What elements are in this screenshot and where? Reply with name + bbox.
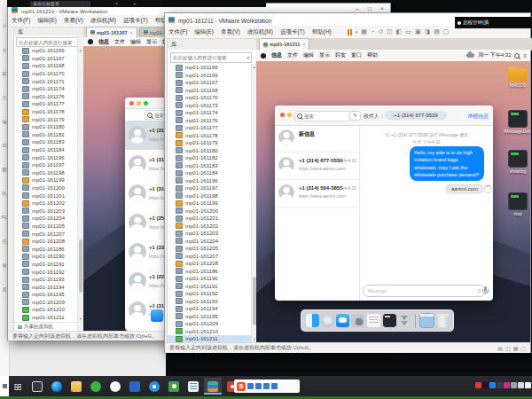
pause-dropdown-icon[interactable]: ▾ [356,29,358,35]
vm-item-mp01-161201[interactable]: mp01-161201 [168,215,251,223]
library-search-input[interactable] [17,40,76,45]
taskbar-app-docs-button[interactable] [184,378,202,395]
library-panel-icon[interactable]: ◧ [396,27,403,36]
vm-item-mp01-161171[interactable]: mp01-161171 [14,77,76,85]
taskbar-app-phone-button[interactable] [165,378,183,395]
macos-menu-显示[interactable]: 显示 [146,38,157,46]
library-search-input[interactable] [171,55,246,60]
vm-item-mp01-161191[interactable]: mp01-161191 [14,261,76,269]
thumbnail-bar-icon[interactable]: ▭ [405,27,411,36]
tray-icon[interactable] [482,382,489,388]
desktop-icon-iMessageDebug[interactable]: iMessageDebug [504,108,530,134]
messages-search-input[interactable] [302,113,348,119]
taskbar-start-button[interactable]: ⊞ [9,378,27,395]
vm-item-mp01-161201[interactable]: mp01-161201 [14,192,76,200]
macos-menu-好友[interactable]: 好友 [335,51,346,59]
menu-虚拟机(M)[interactable]: 虚拟机(M) [87,17,120,25]
menu-编辑(E)[interactable]: 编辑(E) [191,28,217,36]
taskbar-app-green-button[interactable] [87,378,105,395]
vm-item-mp01-161207[interactable]: mp01-161207 [14,230,76,238]
vm-item-mp01-161170[interactable]: mp01-161170 [168,94,251,102]
dock-launchpad-icon[interactable] [321,314,334,327]
vm-item-mp01-161193[interactable]: mp01-161193 [14,276,76,284]
macos-menu-文件[interactable]: 文件 [287,51,298,59]
tab-close-icon[interactable]: × [130,30,133,35]
vm-item-mp01-161202[interactable]: mp01-161202 [14,200,76,207]
tray-icon[interactable] [497,382,503,388]
desktop-icon-step[interactable]: step [504,191,530,216]
vm-item-mp01-161179[interactable]: mp01-161179 [168,139,251,147]
vm-item-mp01-161194[interactable]: mp01-161194 [14,283,76,291]
zoom-icon[interactable] [144,101,148,106]
vm-console-front[interactable]: 信息文件编辑显示好友窗口帮助 周一 下午4:32 ≡ MACOSiMessage… [256,50,530,342]
search-dropdown-icon[interactable]: ▾ [246,55,251,60]
vm-item-mp01-161191[interactable]: mp01-161191 [168,283,251,291]
macos-menu-显示[interactable]: 显示 [319,51,330,59]
vm-item-mp01-161184[interactable]: mp01-161184 [168,169,251,177]
vm-item-mp01-161196[interactable]: mp01-161196 [14,153,76,161]
dock-downloads-icon[interactable] [398,314,411,327]
vm-item-mp01-161203[interactable]: mp01-161203 [14,207,76,215]
dock-trash-icon[interactable] [437,314,448,327]
vm-item-mp01-161196[interactable]: mp01-161196 [168,177,251,185]
menu-文件(F)[interactable]: 文件(F) [8,17,34,25]
vm-item-mp01-161178[interactable]: mp01-161178 [168,132,251,140]
vm-item-mp01-161176[interactable]: mp01-161176 [14,93,76,101]
vm-item-mp01-161167[interactable]: mp01-161167 [168,79,251,87]
menubar-clock[interactable]: 周一 下午4:32 [478,51,511,59]
vm-item-mp01-161202[interactable]: mp01-161202 [168,223,251,231]
fullscreen-icon[interactable]: ▤ [434,27,440,36]
vm-tab-active[interactable]: mp01-161211 × [259,38,309,50]
vm-item-mp01-161180[interactable]: mp01-161180 [168,147,251,155]
menu-虚拟机(M)[interactable]: 虚拟机(M) [244,28,277,36]
menu-编辑(E)[interactable]: 编辑(E) [34,17,60,25]
taskbar-left-app-edge[interactable] [0,376,9,396]
notification-center-icon[interactable]: ≡ [523,53,527,59]
microphone-icon[interactable] [484,286,487,292]
vm-item-mp01-161200[interactable]: mp01-161200 [14,184,76,192]
desktop-icon-showlog[interactable]: showlog [504,148,530,174]
dock-messages-icon[interactable] [151,309,163,322]
library-search[interactable]: ▾ [16,37,82,47]
vm-item-mp01-161197[interactable]: mp01-161197 [14,161,76,169]
vm-item-mp01-161204[interactable]: mp01-161204 [168,238,251,246]
cloud-sync-icon[interactable] [466,53,474,58]
sogou-tool-icon[interactable] [255,383,262,389]
vm-item-mp01-161192[interactable]: mp01-161192 [14,268,76,276]
taskbar-vmware-button[interactable] [204,378,222,395]
menu-帮助(H)[interactable]: 帮助(H) [309,28,335,36]
menu-文件(F)[interactable]: 文件(F) [165,28,191,36]
console-view-icon[interactable]: ▣ [415,27,421,36]
emoji-icon[interactable]: ☺ [476,288,482,293]
shared-vms-item[interactable]: 共享的虚拟机 [14,322,78,331]
sogou-input-bar[interactable]: S [234,379,300,393]
vm-item-mp01-161173[interactable]: mp01-161173 [168,102,251,110]
vm-item-mp01-161209[interactable]: mp01-161209 [168,320,251,328]
vm-item-mp01-161203[interactable]: mp01-161203 [168,230,251,238]
network-status-icon[interactable]: ▦ [513,345,519,351]
browser-tab[interactable]: 未命名标签页 [30,1,90,7]
vm-item-mp01-161182[interactable]: mp01-161182 [14,131,76,139]
vm-item-mp01-161169[interactable]: mp01-161169 [168,72,251,80]
vm-item-mp01-161211[interactable]: mp01-161211 [14,314,76,322]
sogou-tool-icon[interactable] [271,383,278,389]
external-monitor-icon[interactable]: ▢ [443,27,450,36]
vm-item-mp01-161190[interactable]: mp01-161190 [168,275,251,283]
dock-messages-icon[interactable] [336,314,349,327]
minimize-icon[interactable] [287,113,292,117]
vm-item-mp01-161192[interactable]: mp01-161192 [168,290,251,298]
vm-item-mp01-161198[interactable]: mp01-161198 [168,192,251,200]
recipient-pill[interactable]: +1 (314) 677-5539 [385,111,447,120]
vm-item-mp01-161211[interactable]: mp01-161211 [168,335,251,342]
vm-item-mp01-161210[interactable]: mp01-161210 [14,306,76,314]
display-status-icon[interactable]: ▢ [520,345,526,351]
conversation-row[interactable]: +1 (314) 504-3855下午4:32https://www.aartm… [275,180,359,207]
unity-mode-icon[interactable]: ◨ [425,27,431,36]
conversation-row[interactable]: 新信息 [275,125,359,153]
vm-item-mp01-161195[interactable]: mp01-161195 [14,291,76,299]
compose-button[interactable]: ✎ [349,111,361,121]
tray-icon[interactable] [518,382,524,388]
vm-item-mp01-161193[interactable]: mp01-161193 [168,298,251,306]
sogou-tool-icon[interactable] [263,383,270,389]
tray-icon[interactable] [489,382,496,388]
